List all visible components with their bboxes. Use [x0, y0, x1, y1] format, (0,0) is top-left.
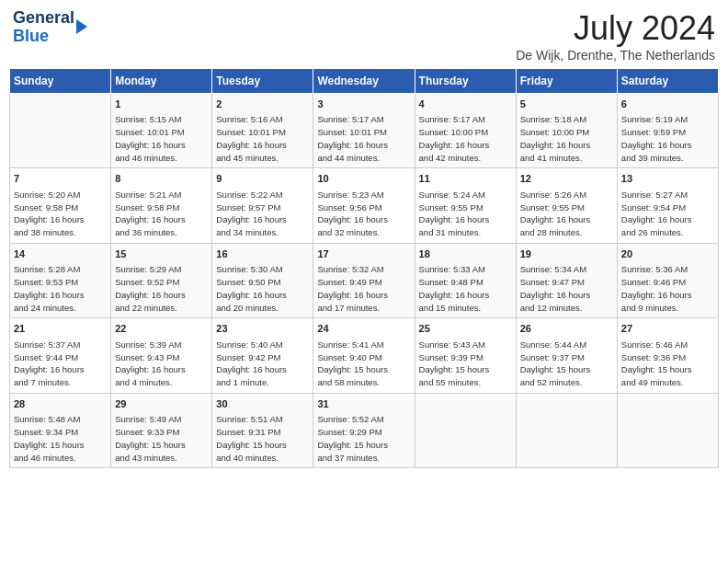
- calendar-cell: [516, 393, 617, 467]
- calendar-cell: 18Sunrise: 5:33 AM Sunset: 9:48 PM Dayli…: [415, 243, 516, 317]
- weekday-header-sunday: Sunday: [10, 69, 111, 94]
- day-number: 12: [520, 172, 613, 186]
- day-number: 2: [216, 98, 309, 111]
- day-info: Sunrise: 5:26 AM Sunset: 9:55 PM Dayligh…: [520, 189, 613, 239]
- calendar-cell: 3Sunrise: 5:17 AM Sunset: 10:01 PM Dayli…: [313, 94, 415, 168]
- calendar-cell: 31Sunrise: 5:52 AM Sunset: 9:29 PM Dayli…: [313, 393, 415, 467]
- calendar-cell: 2Sunrise: 5:16 AM Sunset: 10:01 PM Dayli…: [212, 94, 313, 168]
- calendar-cell: 7Sunrise: 5:20 AM Sunset: 9:58 PM Daylig…: [10, 168, 111, 243]
- day-info: Sunrise: 5:23 AM Sunset: 9:56 PM Dayligh…: [317, 189, 410, 239]
- calendar-cell: 15Sunrise: 5:29 AM Sunset: 9:52 PM Dayli…: [111, 243, 212, 317]
- calendar-cell: [617, 393, 718, 467]
- calendar-cell: 5Sunrise: 5:18 AM Sunset: 10:00 PM Dayli…: [516, 94, 617, 168]
- day-info: Sunrise: 5:16 AM Sunset: 10:01 PM Daylig…: [216, 113, 309, 164]
- weekday-header-monday: Monday: [111, 69, 212, 94]
- day-number: 8: [115, 172, 208, 186]
- calendar-cell: 27Sunrise: 5:46 AM Sunset: 9:36 PM Dayli…: [617, 318, 718, 393]
- day-number: 27: [621, 322, 714, 336]
- calendar-cell: 28Sunrise: 5:48 AM Sunset: 9:34 PM Dayli…: [10, 393, 111, 467]
- day-number: 29: [115, 397, 208, 411]
- weekday-header-tuesday: Tuesday: [212, 69, 313, 94]
- calendar-header-row: SundayMondayTuesdayWednesdayThursdayFrid…: [10, 69, 719, 94]
- day-info: Sunrise: 5:22 AM Sunset: 9:57 PM Dayligh…: [216, 189, 309, 239]
- day-info: Sunrise: 5:20 AM Sunset: 9:58 PM Dayligh…: [14, 189, 107, 239]
- calendar-cell: 6Sunrise: 5:19 AM Sunset: 9:59 PM Daylig…: [617, 94, 718, 168]
- calendar-cell: 21Sunrise: 5:37 AM Sunset: 9:44 PM Dayli…: [10, 318, 111, 393]
- calendar-cell: 23Sunrise: 5:40 AM Sunset: 9:42 PM Dayli…: [212, 318, 313, 393]
- calendar-week-row: 1Sunrise: 5:15 AM Sunset: 10:01 PM Dayli…: [10, 94, 719, 168]
- day-info: Sunrise: 5:51 AM Sunset: 9:31 PM Dayligh…: [216, 413, 309, 464]
- calendar-week-row: 14Sunrise: 5:28 AM Sunset: 9:53 PM Dayli…: [10, 243, 719, 317]
- calendar-cell: 20Sunrise: 5:36 AM Sunset: 9:46 PM Dayli…: [617, 243, 718, 317]
- calendar-table: SundayMondayTuesdayWednesdayThursdayFrid…: [9, 68, 719, 468]
- calendar-cell: 14Sunrise: 5:28 AM Sunset: 9:53 PM Dayli…: [10, 243, 111, 317]
- calendar-cell: 16Sunrise: 5:30 AM Sunset: 9:50 PM Dayli…: [212, 243, 313, 317]
- day-number: 5: [520, 98, 613, 111]
- weekday-header-saturday: Saturday: [617, 69, 718, 94]
- calendar-cell: 29Sunrise: 5:49 AM Sunset: 9:33 PM Dayli…: [111, 393, 212, 467]
- logo-arrow-icon: [76, 19, 87, 34]
- day-info: Sunrise: 5:33 AM Sunset: 9:48 PM Dayligh…: [419, 263, 512, 314]
- calendar-cell: 17Sunrise: 5:32 AM Sunset: 9:49 PM Dayli…: [313, 243, 415, 317]
- weekday-header-friday: Friday: [516, 69, 617, 94]
- calendar-cell: 25Sunrise: 5:43 AM Sunset: 9:39 PM Dayli…: [415, 318, 516, 393]
- day-number: 17: [317, 247, 410, 261]
- day-info: Sunrise: 5:40 AM Sunset: 9:42 PM Dayligh…: [216, 339, 309, 389]
- day-number: 19: [520, 247, 613, 261]
- calendar-cell: 9Sunrise: 5:22 AM Sunset: 9:57 PM Daylig…: [212, 168, 313, 243]
- day-info: Sunrise: 5:52 AM Sunset: 9:29 PM Dayligh…: [317, 413, 410, 464]
- calendar-cell: 11Sunrise: 5:24 AM Sunset: 9:55 PM Dayli…: [415, 168, 516, 243]
- title-section: July 2024 De Wijk, Drenthe, The Netherla…: [516, 9, 715, 63]
- day-number: 9: [216, 172, 309, 186]
- day-number: 22: [115, 322, 208, 336]
- location-text: De Wijk, Drenthe, The Netherlands: [516, 48, 715, 63]
- calendar-cell: 26Sunrise: 5:44 AM Sunset: 9:37 PM Dayli…: [516, 318, 617, 393]
- day-number: 1: [115, 98, 208, 111]
- day-number: 31: [317, 397, 410, 411]
- day-info: Sunrise: 5:21 AM Sunset: 9:58 PM Dayligh…: [115, 189, 208, 239]
- day-info: Sunrise: 5:36 AM Sunset: 9:46 PM Dayligh…: [621, 263, 714, 314]
- day-info: Sunrise: 5:28 AM Sunset: 9:53 PM Dayligh…: [14, 263, 107, 314]
- day-info: Sunrise: 5:29 AM Sunset: 9:52 PM Dayligh…: [115, 263, 208, 314]
- calendar-cell: 24Sunrise: 5:41 AM Sunset: 9:40 PM Dayli…: [313, 318, 415, 393]
- day-number: 25: [419, 322, 512, 336]
- day-info: Sunrise: 5:27 AM Sunset: 9:54 PM Dayligh…: [621, 189, 714, 239]
- page-header: General Blue July 2024 De Wijk, Drenthe,…: [9, 9, 719, 63]
- day-number: 13: [621, 172, 714, 186]
- day-info: Sunrise: 5:17 AM Sunset: 10:00 PM Daylig…: [419, 113, 512, 164]
- day-number: 6: [621, 98, 714, 111]
- day-info: Sunrise: 5:18 AM Sunset: 10:00 PM Daylig…: [520, 113, 613, 164]
- day-number: 26: [520, 322, 613, 336]
- day-info: Sunrise: 5:46 AM Sunset: 9:36 PM Dayligh…: [621, 339, 714, 389]
- day-info: Sunrise: 5:44 AM Sunset: 9:37 PM Dayligh…: [520, 339, 613, 389]
- calendar-cell: 22Sunrise: 5:39 AM Sunset: 9:43 PM Dayli…: [111, 318, 212, 393]
- day-number: 11: [419, 172, 512, 186]
- calendar-cell: 10Sunrise: 5:23 AM Sunset: 9:56 PM Dayli…: [313, 168, 415, 243]
- calendar-week-row: 7Sunrise: 5:20 AM Sunset: 9:58 PM Daylig…: [10, 168, 719, 243]
- calendar-cell: [10, 94, 111, 168]
- day-number: 21: [14, 322, 107, 336]
- day-number: 16: [216, 247, 309, 261]
- day-info: Sunrise: 5:30 AM Sunset: 9:50 PM Dayligh…: [216, 263, 309, 314]
- day-number: 15: [115, 247, 208, 261]
- day-number: 14: [14, 247, 107, 261]
- logo: General Blue: [13, 9, 87, 46]
- day-info: Sunrise: 5:24 AM Sunset: 9:55 PM Dayligh…: [419, 189, 512, 239]
- calendar-cell: 19Sunrise: 5:34 AM Sunset: 9:47 PM Dayli…: [516, 243, 617, 317]
- weekday-header-thursday: Thursday: [415, 69, 516, 94]
- day-info: Sunrise: 5:32 AM Sunset: 9:49 PM Dayligh…: [317, 263, 410, 314]
- day-number: 24: [317, 322, 410, 336]
- calendar-cell: 30Sunrise: 5:51 AM Sunset: 9:31 PM Dayli…: [212, 393, 313, 467]
- day-info: Sunrise: 5:43 AM Sunset: 9:39 PM Dayligh…: [419, 339, 512, 389]
- day-number: 7: [14, 172, 107, 186]
- day-number: 4: [419, 98, 512, 111]
- day-number: 10: [317, 172, 410, 186]
- day-number: 30: [216, 397, 309, 411]
- day-number: 18: [419, 247, 512, 261]
- logo-text: General Blue: [13, 9, 74, 46]
- calendar-week-row: 21Sunrise: 5:37 AM Sunset: 9:44 PM Dayli…: [10, 318, 719, 393]
- calendar-cell: 13Sunrise: 5:27 AM Sunset: 9:54 PM Dayli…: [617, 168, 718, 243]
- weekday-header-wednesday: Wednesday: [313, 69, 415, 94]
- day-info: Sunrise: 5:41 AM Sunset: 9:40 PM Dayligh…: [317, 339, 410, 389]
- day-number: 23: [216, 322, 309, 336]
